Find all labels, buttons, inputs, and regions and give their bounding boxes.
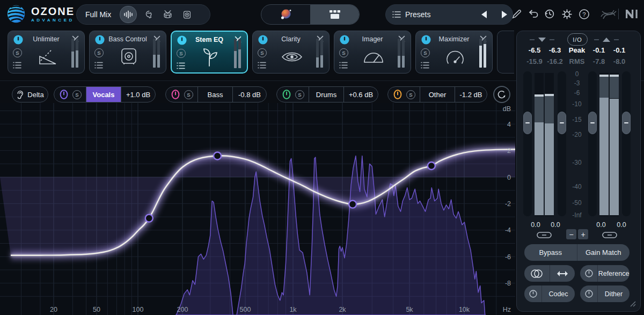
module-card-clarity[interactable]: Clarity S bbox=[252, 31, 330, 74]
module-solo-button[interactable]: S bbox=[177, 49, 186, 58]
presets-button[interactable]: Presets bbox=[405, 10, 477, 19]
output-gain-fader[interactable] bbox=[622, 112, 631, 134]
preset-next-button[interactable] bbox=[502, 11, 507, 18]
help-button[interactable]: ? bbox=[577, 8, 590, 20]
dither-button[interactable]: Dither bbox=[598, 285, 630, 302]
stem-power-toggle[interactable] bbox=[281, 89, 292, 100]
stem-rebalance-button[interactable] bbox=[493, 86, 510, 103]
meter-zoom-out-button[interactable]: − bbox=[566, 229, 576, 239]
mix-target-drums-button[interactable] bbox=[159, 6, 175, 23]
mix-target-fullmix-button[interactable] bbox=[120, 6, 137, 23]
module-meter bbox=[398, 39, 405, 68]
module-card-maximizer[interactable]: Maximizer S bbox=[415, 31, 493, 74]
stem-select-button[interactable]: Other bbox=[420, 87, 455, 102]
module-slot-empty[interactable] bbox=[497, 31, 514, 74]
eq-band-node[interactable] bbox=[349, 201, 356, 208]
meter-zoom-in-button[interactable]: + bbox=[578, 229, 588, 239]
input-channel-link-icon[interactable] bbox=[536, 231, 552, 239]
module-card-imager[interactable]: Imager S bbox=[334, 31, 411, 74]
module-presets-icon[interactable] bbox=[421, 61, 429, 69]
output-gain-trim[interactable] bbox=[594, 36, 619, 43]
stem-gain-value[interactable]: +1.0 dB bbox=[121, 87, 155, 102]
unlimiter-icon bbox=[35, 44, 60, 70]
output-fader-lane[interactable] bbox=[622, 71, 631, 216]
meter-segment bbox=[545, 123, 554, 215]
output-fader-lane[interactable] bbox=[588, 71, 597, 216]
input-gain-fader[interactable] bbox=[523, 112, 532, 134]
module-card-unlimiter[interactable]: Unlimiter S bbox=[8, 31, 85, 74]
eq-band-node[interactable] bbox=[145, 215, 153, 222]
module-solo-button[interactable]: S bbox=[339, 48, 348, 57]
module-solo-button[interactable]: S bbox=[421, 48, 430, 57]
stem-solo-button[interactable]: S bbox=[406, 90, 415, 99]
module-presets-icon[interactable] bbox=[13, 61, 21, 69]
stem-gain-value[interactable]: -1.2 dB bbox=[455, 87, 487, 102]
module-presets-icon[interactable] bbox=[258, 61, 266, 69]
module-solo-button[interactable]: S bbox=[258, 48, 267, 57]
assistant-view-button[interactable] bbox=[261, 5, 310, 24]
edit-pencil-button[interactable] bbox=[510, 8, 523, 20]
preset-list-icon bbox=[392, 11, 401, 18]
eq-band-node[interactable] bbox=[214, 152, 221, 160]
axis-tick-label: 50 bbox=[93, 306, 100, 313]
mix-target-bass-button[interactable] bbox=[179, 6, 195, 23]
output-peak-right: -0.1 bbox=[608, 46, 631, 54]
axis-tick-label: 10k bbox=[459, 306, 470, 313]
module-solo-button[interactable]: S bbox=[13, 48, 22, 57]
pencil-icon bbox=[511, 9, 522, 19]
axis-tick-label: 5k bbox=[406, 306, 413, 313]
stereo-mode-group bbox=[524, 265, 575, 282]
reference-button[interactable]: Reference bbox=[598, 265, 630, 282]
delta-button[interactable]: Delta bbox=[12, 86, 48, 102]
module-card-stem-eq[interactable]: Stem EQ S bbox=[171, 31, 248, 74]
dither-power-toggle[interactable] bbox=[580, 285, 597, 302]
history-button[interactable] bbox=[543, 8, 556, 20]
input-gain-trim[interactable] bbox=[530, 36, 554, 43]
input-fader-lane[interactable] bbox=[558, 71, 566, 216]
axis-tick-label: dB bbox=[503, 105, 511, 113]
mix-target-vocals-button[interactable] bbox=[140, 6, 156, 23]
stereo-mode-button[interactable] bbox=[524, 265, 550, 282]
preset-prev-button[interactable] bbox=[481, 11, 487, 18]
stem-solo-button[interactable]: S bbox=[72, 90, 82, 99]
module-solo-button[interactable]: S bbox=[94, 48, 104, 57]
codec-button[interactable]: Codec bbox=[542, 285, 575, 302]
stem-gain-value[interactable]: +0.6 dB bbox=[344, 87, 378, 102]
settings-button[interactable] bbox=[560, 8, 573, 20]
speaker-cab-icon bbox=[182, 10, 192, 19]
module-presets-icon[interactable] bbox=[94, 61, 103, 69]
stem-solo-button[interactable]: S bbox=[184, 90, 193, 99]
swap-channels-button[interactable] bbox=[550, 265, 575, 282]
stem-select-button[interactable]: Bass bbox=[198, 87, 232, 102]
stem-select-button[interactable]: Drums bbox=[309, 87, 343, 102]
stem-group-vocals: S Vocals +1.0 dB bbox=[54, 86, 156, 102]
reference-power-toggle[interactable] bbox=[580, 265, 597, 282]
stem-group-drums: S Drums +0.6 dB bbox=[276, 86, 378, 102]
module-card-bass-control[interactable]: Bass Control S bbox=[89, 31, 166, 74]
input-fader-lane[interactable] bbox=[523, 71, 532, 216]
stem-power-toggle[interactable] bbox=[58, 89, 69, 100]
stem-select-button[interactable]: Vocals bbox=[86, 87, 121, 102]
axis-tick-label: 4 bbox=[507, 121, 511, 128]
io-options-button[interactable]: I/O bbox=[567, 33, 588, 46]
detailed-view-button[interactable] bbox=[310, 5, 359, 24]
undo-button[interactable] bbox=[527, 8, 540, 20]
gain-match-button[interactable]: Gain Match bbox=[577, 244, 630, 261]
stem-gain-value[interactable]: -0.8 dB bbox=[233, 87, 266, 102]
resize-grip[interactable] bbox=[630, 301, 636, 307]
output-channel-link-icon[interactable] bbox=[602, 231, 618, 239]
stem-solo-button[interactable]: S bbox=[295, 90, 304, 99]
meter-scale-label: -10 bbox=[566, 100, 588, 108]
axis-tick-label: -2 bbox=[505, 200, 511, 208]
module-presets-icon[interactable] bbox=[339, 61, 348, 69]
bypass-button[interactable]: Bypass bbox=[524, 244, 577, 261]
output-gain-fader[interactable] bbox=[588, 112, 597, 134]
stem-power-toggle[interactable] bbox=[392, 89, 403, 100]
codec-power-toggle[interactable] bbox=[524, 285, 541, 302]
stem-eq-curve-editor[interactable]: 20501002005001k2k5k10kHzdB420-2-4-6-8 bbox=[0, 103, 515, 315]
dither-group: Dither bbox=[580, 285, 630, 302]
input-gain-fader[interactable] bbox=[558, 112, 566, 134]
module-presets-icon[interactable] bbox=[177, 62, 185, 69]
eq-band-node[interactable] bbox=[428, 162, 435, 170]
stem-power-toggle[interactable] bbox=[170, 89, 181, 100]
